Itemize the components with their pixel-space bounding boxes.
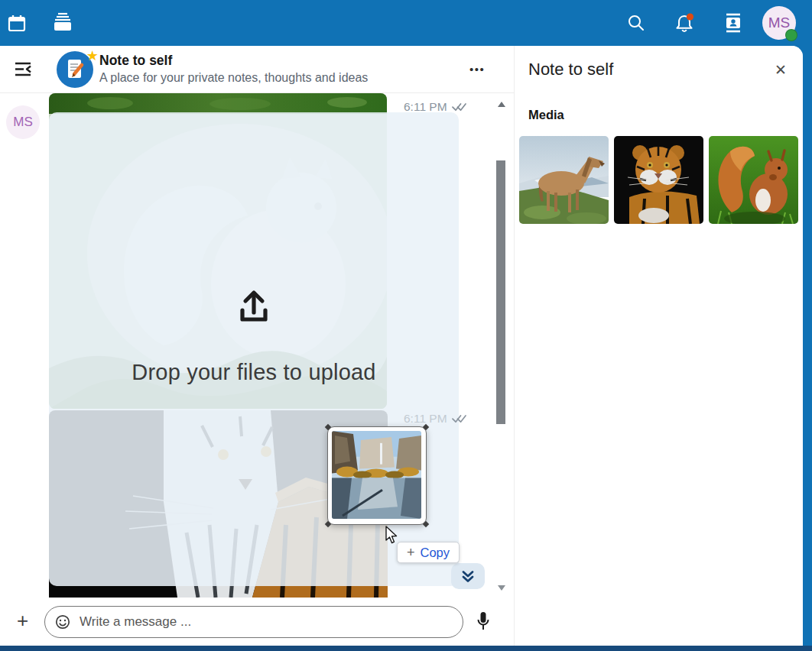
media-thumbnail-squirrel[interactable] xyxy=(709,136,798,224)
conversation-avatar-ms[interactable]: MS xyxy=(6,105,40,139)
panel-title: Note to self xyxy=(528,60,613,79)
message-list: 6:11 PM xyxy=(46,93,514,600)
profile-avatar[interactable]: MS xyxy=(762,6,796,40)
read-receipt-icon xyxy=(452,102,468,112)
chat-header: ★ Note to self A place for your private … xyxy=(0,46,514,93)
copy-drop-badge: + Copy xyxy=(397,542,460,563)
notification-dot xyxy=(687,13,693,20)
media-thumbnail-tiger[interactable] xyxy=(614,136,703,224)
message-timestamp: 6:11 PM xyxy=(404,100,447,114)
read-receipt-icon xyxy=(452,414,468,423)
copy-label: Copy xyxy=(421,546,450,560)
microphone-icon xyxy=(476,611,491,633)
chat-scrollbar-thumb[interactable] xyxy=(496,160,505,424)
avatar-initials: MS xyxy=(13,115,33,130)
message-meta: 6:11 PM xyxy=(404,412,468,426)
search-icon[interactable] xyxy=(627,14,645,32)
chat-title: Note to self xyxy=(99,53,172,69)
inbox-tray-icon[interactable] xyxy=(50,11,73,34)
contacts-icon[interactable] xyxy=(723,13,743,33)
dragged-image-preview xyxy=(327,426,427,525)
scrollbar-down-arrow[interactable] xyxy=(498,585,505,591)
calendar-icon[interactable] xyxy=(6,13,28,34)
message-meta: 6:11 PM xyxy=(404,100,468,114)
upload-icon xyxy=(233,287,274,328)
scroll-to-bottom-button[interactable] xyxy=(451,563,485,589)
add-attachment-button[interactable]: + xyxy=(17,610,28,631)
message-composer: + xyxy=(0,600,514,646)
chat-subtitle: A place for your private notes, thoughts… xyxy=(99,71,368,85)
note-to-self-avatar[interactable]: ★ xyxy=(57,51,93,88)
conversation-details-panel: Note to self ✕ Media xyxy=(514,46,803,646)
lake-valley-photo xyxy=(332,431,421,519)
app-window: MS xyxy=(0,0,812,651)
star-favorite-icon: ★ xyxy=(86,47,99,64)
online-status-dot xyxy=(785,29,797,41)
close-panel-button[interactable]: ✕ xyxy=(775,61,787,79)
double-chevron-down-icon xyxy=(460,570,476,583)
plus-icon: + xyxy=(407,545,415,561)
emoji-picker-button[interactable] xyxy=(55,614,70,630)
voice-message-button[interactable] xyxy=(476,611,491,636)
avatar-initials: MS xyxy=(768,15,791,31)
drop-overlay-text: Drop your files to upload xyxy=(132,360,375,385)
more-options-icon[interactable]: ••• xyxy=(469,63,485,76)
message-input[interactable] xyxy=(78,614,463,630)
message-input-field[interactable] xyxy=(44,606,463,638)
window-bottom-frame xyxy=(0,646,812,651)
mouse-cursor-icon xyxy=(385,526,400,544)
smiley-icon xyxy=(55,614,70,630)
media-thumbnail-horse[interactable] xyxy=(519,136,609,224)
media-gallery xyxy=(519,136,798,224)
media-section-header: Media xyxy=(528,108,564,122)
main-content: ★ Note to self A place for your private … xyxy=(0,46,803,646)
collapse-sidebar-button[interactable] xyxy=(14,60,34,79)
notifications-bell-icon[interactable] xyxy=(674,11,695,34)
scrollbar-up-arrow[interactable] xyxy=(498,102,505,107)
top-bar: MS xyxy=(0,0,812,46)
